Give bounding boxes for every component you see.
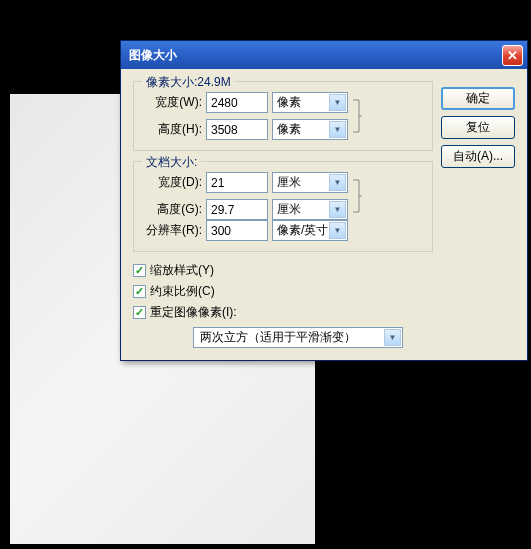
resolution-label: 分辨率(R):	[142, 222, 202, 239]
chevron-down-icon: ▼	[329, 201, 346, 218]
constrain-checkbox[interactable]: ✓	[133, 285, 146, 298]
close-icon: ✕	[507, 48, 518, 63]
scale-styles-checkbox[interactable]: ✓	[133, 264, 146, 277]
resample-row: ✓ 重定图像像素(I):	[133, 304, 433, 321]
resample-label: 重定图像像素(I):	[150, 304, 237, 321]
resolution-row: 分辨率(R): 像素/英寸 ▼	[142, 220, 424, 241]
titlebar[interactable]: 图像大小 ✕	[121, 41, 527, 69]
link-icon	[348, 173, 366, 219]
document-size-legend: 文档大小:	[142, 154, 201, 171]
doc-height-input[interactable]	[206, 199, 268, 220]
pixel-width-input[interactable]	[206, 92, 268, 113]
ok-button[interactable]: 确定	[441, 87, 515, 110]
resolution-unit-select[interactable]: 像素/英寸 ▼	[272, 220, 348, 241]
pixel-height-unit-value: 像素	[277, 121, 301, 138]
doc-height-label: 高度(G):	[142, 201, 202, 218]
doc-width-input[interactable]	[206, 172, 268, 193]
resolution-unit-value: 像素/英寸	[277, 222, 328, 239]
pixel-width-unit-value: 像素	[277, 94, 301, 111]
image-size-dialog: 图像大小 ✕ 像素大小:24.9M 宽度(W): 像素 ▼	[120, 40, 528, 361]
pixel-width-row: 宽度(W): 像素 ▼	[142, 92, 348, 113]
pixel-dimensions-fieldset: 像素大小:24.9M 宽度(W): 像素 ▼ 高度(H):	[133, 81, 433, 151]
chevron-down-icon: ▼	[329, 94, 346, 111]
doc-width-unit-select[interactable]: 厘米 ▼	[272, 172, 348, 193]
scale-styles-row: ✓ 缩放样式(Y)	[133, 262, 433, 279]
reset-button[interactable]: 复位	[441, 116, 515, 139]
doc-width-row: 宽度(D): 厘米 ▼	[142, 172, 348, 193]
close-button[interactable]: ✕	[502, 45, 523, 66]
resample-method-select[interactable]: 两次立方（适用于平滑渐变） ▼	[193, 327, 403, 348]
constrain-row: ✓ 约束比例(C)	[133, 283, 433, 300]
dialog-title: 图像大小	[125, 47, 502, 64]
resample-method-value: 两次立方（适用于平滑渐变）	[200, 329, 356, 346]
chevron-down-icon: ▼	[329, 222, 346, 239]
pixel-height-label: 高度(H):	[142, 121, 202, 138]
resample-checkbox[interactable]: ✓	[133, 306, 146, 319]
chevron-down-icon: ▼	[384, 329, 401, 346]
doc-width-unit-value: 厘米	[277, 174, 301, 191]
doc-height-unit-select[interactable]: 厘米 ▼	[272, 199, 348, 220]
doc-width-label: 宽度(D):	[142, 174, 202, 191]
doc-height-row: 高度(G): 厘米 ▼	[142, 199, 348, 220]
pixel-dimensions-legend: 像素大小:24.9M	[142, 74, 235, 91]
pixel-height-row: 高度(H): 像素 ▼	[142, 119, 348, 140]
right-column: 确定 复位 自动(A)...	[441, 81, 515, 348]
scale-styles-label: 缩放样式(Y)	[150, 262, 214, 279]
doc-height-unit-value: 厘米	[277, 201, 301, 218]
dialog-content: 像素大小:24.9M 宽度(W): 像素 ▼ 高度(H):	[121, 69, 527, 360]
chevron-down-icon: ▼	[329, 121, 346, 138]
document-size-fieldset: 文档大小: 宽度(D): 厘米 ▼ 高度(G):	[133, 161, 433, 252]
chevron-down-icon: ▼	[329, 174, 346, 191]
pixel-width-unit-select[interactable]: 像素 ▼	[272, 92, 348, 113]
pixel-width-label: 宽度(W):	[142, 94, 202, 111]
link-icon	[348, 93, 366, 139]
resample-method-row: 两次立方（适用于平滑渐变） ▼	[133, 327, 433, 348]
resolution-input[interactable]	[206, 220, 268, 241]
pixel-height-input[interactable]	[206, 119, 268, 140]
pixel-height-unit-select[interactable]: 像素 ▼	[272, 119, 348, 140]
auto-button[interactable]: 自动(A)...	[441, 145, 515, 168]
constrain-label: 约束比例(C)	[150, 283, 215, 300]
left-column: 像素大小:24.9M 宽度(W): 像素 ▼ 高度(H):	[133, 81, 433, 348]
